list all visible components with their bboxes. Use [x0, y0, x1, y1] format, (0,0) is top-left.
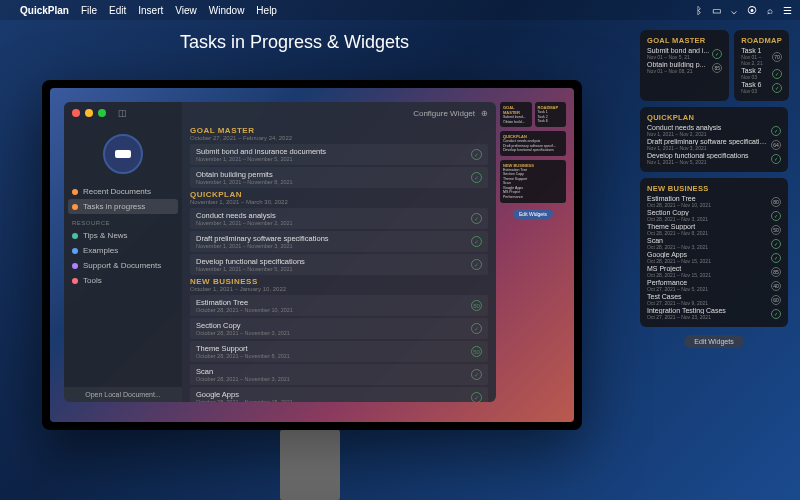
widget-task-date: Nov 1, 2021 – Nov 3, 2021 — [647, 145, 768, 151]
widget-task: Test CasesOct 27, 2021 – Nov 9, 202160 — [647, 293, 781, 306]
notification-icon[interactable]: ☰ — [783, 5, 792, 16]
widget-task-name: Estimation Tree — [647, 195, 768, 202]
sidebar-item[interactable]: Tools — [64, 273, 182, 288]
widget-badge: 60 — [771, 295, 781, 305]
widget-task-date: Nov 01 – Nov 2, 21 — [741, 54, 769, 66]
task-date: November 1, 2021 – November 3, 2021 — [196, 243, 471, 249]
widget-badge: ✓ — [771, 154, 781, 164]
edit-widgets-button[interactable]: Edit Widgets — [684, 335, 743, 348]
widget-large[interactable]: NEW BUSINESSEstimation TreeOct 28, 2021 … — [640, 178, 788, 327]
task-name: Estimation Tree — [196, 298, 471, 307]
widget-task-name: Integration Testing Cases — [647, 307, 768, 314]
app-icon — [103, 134, 143, 174]
widget-badge: 70 — [772, 52, 782, 62]
menu-help[interactable]: Help — [256, 5, 277, 16]
sidebar-item[interactable]: Recent Documents — [64, 184, 182, 199]
task-row[interactable]: Obtain building permitsNovember 1, 2021 … — [190, 167, 488, 188]
widget-task: ScanOct 28, 2021 – Nov 3, 2021✓ — [647, 237, 781, 250]
task-row[interactable]: Conduct needs analysisNovember 1, 2021 –… — [190, 208, 488, 229]
spotlight-icon[interactable]: ⌕ — [767, 5, 773, 16]
widget-task: Google AppsOct 28, 2021 – Nov 15, 2021✓ — [647, 251, 781, 264]
task-row[interactable]: Develop functional specificationsNovembe… — [190, 254, 488, 275]
display-icon[interactable]: ▭ — [712, 5, 721, 16]
widget-task-name: Conduct needs analysis — [647, 124, 768, 131]
task-row[interactable]: Section CopyOctober 28, 2021 – November … — [190, 318, 488, 339]
widget-badge: ✓ — [771, 239, 781, 249]
task-row[interactable]: Estimation TreeOctober 28, 2021 – Novemb… — [190, 295, 488, 316]
configure-widget-button[interactable]: Configure Widget — [413, 109, 475, 118]
minimize-button[interactable] — [85, 109, 93, 117]
maximize-button[interactable] — [98, 109, 106, 117]
group-title: QUICKPLAN — [190, 190, 488, 199]
widget-badge: ✓ — [771, 126, 781, 136]
task-name: Conduct needs analysis — [196, 211, 471, 220]
sidebar-item[interactable]: Tips & News — [64, 228, 182, 243]
widget-task: Conduct needs analysisNov 1, 2021 – Nov … — [647, 124, 781, 137]
bluetooth-icon[interactable]: ᛒ — [696, 5, 702, 16]
sidebar-toggle-icon[interactable]: ◫ — [118, 108, 127, 118]
menubar-status: ᛒ ▭ ⌵ ⦿ ⌕ ☰ — [696, 5, 792, 16]
menubar-app[interactable]: QuickPlan — [20, 5, 69, 16]
close-button[interactable] — [72, 109, 80, 117]
task-row[interactable]: Draft preliminary software specification… — [190, 231, 488, 252]
widget-task-date: Nov 1, 2021 – Nov 5, 2021 — [647, 159, 768, 165]
menubar: QuickPlan File Edit Insert View Window H… — [0, 0, 800, 20]
widget-task-name: MS Project — [647, 265, 768, 272]
menu-file[interactable]: File — [81, 5, 97, 16]
task-name: Submit bond and insurance documents — [196, 147, 471, 156]
add-icon[interactable]: ⊕ — [481, 109, 488, 118]
widget-task-date: Nov 01 – Nov 5, 21 — [647, 54, 709, 60]
menu-view[interactable]: View — [175, 5, 197, 16]
widget-title: NEW BUSINESS — [647, 184, 781, 193]
menu-window[interactable]: Window — [209, 5, 245, 16]
widget-task-date: Oct 27, 2021 – Nov 9, 2021 — [647, 300, 768, 306]
dot-icon — [72, 248, 78, 254]
widget-small[interactable]: ROADMAPTask 1Nov 01 – Nov 2, 2170Task 2N… — [734, 30, 789, 101]
widget-task-date: Oct 27, 2021 – Nov 23, 2021 — [647, 314, 768, 320]
monitor-screen: ◫ Configure Widget ⊕ Recent DocumentsTas… — [50, 88, 574, 422]
widget-task: Draft preliminary software specification… — [647, 138, 781, 151]
widget-column: GOAL MASTERSubmit bond and i...Nov 01 – … — [640, 30, 788, 350]
widget-task: Develop functional specificationsNov 1, … — [647, 152, 781, 165]
task-row[interactable]: Theme SupportOctober 28, 2021 – November… — [190, 341, 488, 362]
widget-badge: 80 — [771, 197, 781, 207]
task-row[interactable]: Submit bond and insurance documentsNovem… — [190, 144, 488, 165]
task-row[interactable]: ScanOctober 28, 2021 – November 3, 2021✓ — [190, 364, 488, 385]
task-row[interactable]: Google AppsOctober 28, 2021 – November 1… — [190, 387, 488, 402]
task-badge: ✓ — [471, 213, 482, 224]
widget-task-name: Task 6 — [741, 81, 769, 88]
dot-icon — [72, 263, 78, 269]
app-window: ◫ Configure Widget ⊕ Recent DocumentsTas… — [64, 102, 496, 402]
widget-medium[interactable]: QUICKPLANConduct needs analysisNov 1, 20… — [640, 107, 788, 172]
mini-widget: QUICKPLANConduct needs analysisDraft pre… — [500, 131, 566, 156]
widget-small[interactable]: GOAL MASTERSubmit bond and i...Nov 01 – … — [640, 30, 729, 101]
group-title: GOAL MASTER — [190, 126, 488, 135]
widget-badge: ✓ — [771, 253, 781, 263]
widget-title: QUICKPLAN — [647, 113, 781, 122]
mini-edit-button[interactable]: Edit Widgets — [513, 209, 553, 219]
widget-task-date: Nov 1, 2021 – Nov 2, 2021 — [647, 131, 768, 137]
sidebar-resource-header: RESOURCE — [64, 214, 182, 228]
control-center-icon[interactable]: ⦿ — [747, 5, 757, 16]
group-subtitle: November 1, 2021 – March 30, 2022 — [190, 199, 488, 205]
task-badge: ✓ — [471, 323, 482, 334]
widget-task: Integration Testing CasesOct 27, 2021 – … — [647, 307, 781, 320]
wifi-icon[interactable]: ⌵ — [731, 5, 737, 16]
widget-task: Submit bond and i...Nov 01 – Nov 5, 21✓ — [647, 47, 722, 60]
sidebar: Recent DocumentsTasks in progress RESOUR… — [64, 102, 182, 402]
task-date: November 1, 2021 – November 5, 2021 — [196, 266, 471, 272]
main-content: GOAL MASTEROctober 27, 2021 – February 2… — [182, 102, 496, 402]
monitor-frame: ◫ Configure Widget ⊕ Recent DocumentsTas… — [42, 80, 582, 430]
widget-task: Obtain building p...Nov 01 – Nov 08, 218… — [647, 61, 722, 74]
task-badge: ✓ — [471, 259, 482, 270]
sidebar-item[interactable]: Support & Documents — [64, 258, 182, 273]
sidebar-item[interactable]: Examples — [64, 243, 182, 258]
menu-edit[interactable]: Edit — [109, 5, 126, 16]
widget-task-date: Oct 28, 2021 – Nov 10, 2021 — [647, 202, 768, 208]
group-subtitle: October 27, 2021 – February 24, 2022 — [190, 135, 488, 141]
sidebar-item[interactable]: Tasks in progress — [68, 199, 178, 214]
task-date: November 1, 2021 – November 5, 2021 — [196, 156, 471, 162]
open-local-button[interactable]: Open Local Document... — [64, 387, 182, 402]
widget-task-date: Nov 03 — [741, 88, 769, 94]
menu-insert[interactable]: Insert — [138, 5, 163, 16]
